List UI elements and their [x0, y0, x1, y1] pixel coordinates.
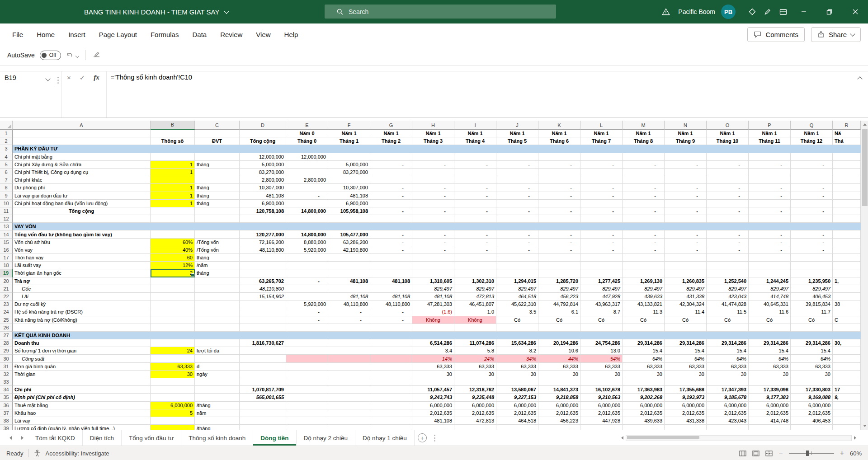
column-header-G[interactable]: G [370, 121, 412, 130]
cell-D6[interactable]: 83,270,000 [240, 169, 286, 176]
column-header-L[interactable]: L [580, 121, 623, 130]
share-button[interactable]: Share [811, 27, 861, 42]
cell-C10[interactable]: tháng [195, 200, 240, 207]
cell-D8[interactable]: 10,307,000 [240, 184, 286, 192]
cell-R16[interactable] [833, 246, 861, 254]
cell-J24[interactable]: 3.5 [496, 308, 538, 316]
cell-J1[interactable]: Năm 1 [496, 130, 538, 137]
cell-K29[interactable]: 10.6 [538, 347, 580, 355]
cell-J17[interactable] [496, 254, 538, 262]
cell-C33[interactable] [195, 378, 240, 386]
cell-P36[interactable]: 6,000,000 [749, 402, 791, 409]
cell-R11[interactable] [833, 207, 861, 215]
cell-A13[interactable]: VAY VỐN [13, 223, 151, 230]
cell-K37[interactable]: 2,012,635 [538, 409, 580, 417]
cell-I18[interactable] [454, 262, 496, 269]
minimize-button[interactable] [791, 0, 816, 23]
row-header-18[interactable]: 18 [0, 262, 13, 269]
row-header-2[interactable]: 2 [0, 137, 13, 145]
cell-P25[interactable]: Có [749, 316, 791, 324]
cell-R3[interactable] [833, 145, 861, 153]
cell-E4[interactable]: 12,000,000 [286, 153, 328, 161]
undo-icon[interactable] [66, 51, 79, 59]
cell-K3[interactable] [538, 145, 580, 153]
cell-J16[interactable]: - [496, 246, 538, 254]
cell-M8[interactable]: - [623, 184, 665, 192]
cell-B14[interactable] [151, 230, 195, 238]
cell-E20[interactable]: - [286, 277, 328, 285]
row-header-15[interactable]: 15 [0, 239, 13, 246]
cell-F18[interactable] [328, 262, 370, 269]
ribbon-tab-data[interactable]: Data [185, 23, 213, 45]
cell-D25[interactable] [240, 316, 286, 324]
cell-K1[interactable]: Năm 1 [538, 130, 580, 137]
cell-I14[interactable]: - [454, 230, 496, 238]
cell-E7[interactable]: 2,800,000 [286, 176, 328, 184]
cell-M19[interactable] [623, 269, 665, 277]
cell-C14[interactable] [195, 230, 240, 238]
cell-L37[interactable]: 2,012,635 [580, 409, 623, 417]
cell-K13[interactable] [538, 223, 580, 230]
cell-C12[interactable] [195, 215, 240, 223]
cell-P7[interactable] [749, 176, 791, 184]
cell-F33[interactable] [328, 378, 370, 386]
cell-B31[interactable]: 63,333 [151, 363, 195, 371]
cell-G5[interactable]: - [370, 161, 412, 169]
cell-C4[interactable] [195, 153, 240, 161]
cell-C20[interactable] [195, 277, 240, 285]
cell-A9[interactable]: Lãi vay giai đoạn đầu tư [13, 192, 151, 200]
page-break-view-icon[interactable] [765, 451, 773, 456]
cell-B22[interactable] [151, 293, 195, 300]
cell-D21[interactable]: 48,110,800 [240, 285, 286, 293]
cell-Q19[interactable] [791, 269, 833, 277]
cell-B16[interactable]: 40% [151, 246, 195, 254]
cell-L9[interactable]: - [580, 192, 623, 200]
cell-K20[interactable]: 1,285,720 [538, 277, 580, 285]
cell-N33[interactable] [665, 378, 707, 386]
cell-F8[interactable]: 10,307,000 [328, 184, 370, 192]
cell-A19[interactable]: Thời gian ân hạn gốc [13, 269, 151, 277]
cell-R14[interactable] [833, 230, 861, 238]
cell-P28[interactable]: 29,314,286 [749, 339, 791, 347]
cell-B21[interactable] [151, 285, 195, 293]
cell-D33[interactable] [240, 378, 286, 386]
row-header-22[interactable]: 22 [0, 293, 13, 300]
cell-A37[interactable]: Khấu hao [13, 409, 151, 417]
cell-I34[interactable]: 12,318,762 [454, 386, 496, 394]
cell-F1[interactable]: Năm 1 [328, 130, 370, 137]
cell-O37[interactable]: 2,012,635 [707, 409, 749, 417]
cell-G19[interactable] [370, 269, 412, 277]
cell-E35[interactable] [286, 394, 328, 401]
cell-R26[interactable] [833, 324, 861, 332]
cell-L5[interactable]: - [580, 161, 623, 169]
cell-H39[interactable]: - [412, 425, 454, 430]
cell-P24[interactable]: 11.6 [749, 308, 791, 316]
cell-K5[interactable]: - [538, 161, 580, 169]
cell-M26[interactable] [623, 324, 665, 332]
cell-B27[interactable] [151, 332, 195, 339]
cell-O24[interactable]: 11.5 [707, 308, 749, 316]
cell-I10[interactable] [454, 200, 496, 207]
cell-I11[interactable]: - [454, 207, 496, 215]
cell-B13[interactable] [151, 223, 195, 230]
cell-M23[interactable]: 43,133,821 [623, 300, 665, 308]
cell-P29[interactable]: 15.4 [749, 347, 791, 355]
cell-Q34[interactable]: 17,330,803 [791, 386, 833, 394]
cell-Q22[interactable]: 406,453 [791, 293, 833, 300]
cell-F21[interactable] [328, 285, 370, 293]
insert-function-icon[interactable]: fx [94, 74, 99, 81]
user-name[interactable]: Pacific Boom [678, 8, 715, 15]
cell-O27[interactable] [707, 332, 749, 339]
cell-H38[interactable]: 481,108 [412, 417, 454, 425]
sheet-tab-2[interactable]: Tổng vốn đầu tư [122, 430, 181, 446]
cell-Q20[interactable]: 1,235,950 [791, 277, 833, 285]
cell-P17[interactable] [749, 254, 791, 262]
cell-K2[interactable]: Tháng 6 [538, 137, 580, 145]
cell-E39[interactable] [286, 425, 328, 430]
cell-O1[interactable]: Năm 1 [707, 130, 749, 137]
cell-P6[interactable] [749, 169, 791, 176]
row-header-23[interactable]: 23 [0, 300, 13, 308]
cell-C22[interactable] [195, 293, 240, 300]
zoom-in-icon[interactable]: + [840, 449, 844, 457]
cell-K30[interactable]: 44% [538, 355, 580, 362]
